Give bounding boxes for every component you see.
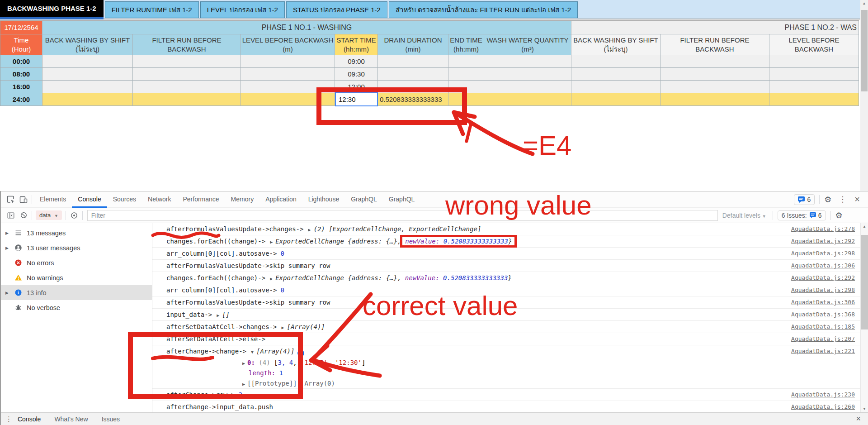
log-levels-dropdown[interactable]: Default levels ▼: [722, 212, 766, 219]
expand-arrow-icon[interactable]: ▶: [217, 313, 219, 318]
source-link[interactable]: AquadatData.js:368: [791, 309, 860, 320]
scroll-up-icon[interactable]: ▲: [860, 0, 868, 7]
sheet-tab-status[interactable]: STATUS บ่อกรอง PHASE 1-2: [286, 1, 387, 18]
cell[interactable]: [660, 81, 769, 93]
source-link[interactable]: AquadatData.js:278: [791, 223, 860, 235]
drawer-menu-icon[interactable]: ⋮: [1, 415, 18, 423]
close-devtools-icon[interactable]: ×: [851, 194, 863, 205]
cell[interactable]: [42, 81, 133, 93]
row-header[interactable]: 24:00: [0, 93, 42, 106]
col-header-backwashing-shift-2[interactable]: BACK WASHING BY SHIFT(ไม่ระบุ): [571, 34, 660, 55]
tab-lighthouse[interactable]: Lighthouse: [302, 191, 345, 208]
col-header-backwashing-shift[interactable]: BACK WASHING BY SHIFT(ไม่ระบุ): [42, 34, 133, 55]
console-sidebar-toggle-icon[interactable]: [5, 209, 17, 222]
cell[interactable]: [448, 68, 484, 81]
drain-duration-cell[interactable]: 0.520833333333333: [378, 93, 448, 106]
start-time-cell[interactable]: 12:00: [335, 81, 378, 93]
filter-input[interactable]: [87, 210, 718, 221]
cell[interactable]: [448, 81, 484, 93]
tab-elements[interactable]: Elements: [34, 191, 72, 208]
source-link[interactable]: AquadatData.js:306: [791, 296, 860, 308]
cell[interactable]: [378, 68, 448, 81]
cell[interactable]: [484, 55, 571, 68]
cell[interactable]: [484, 93, 571, 106]
live-expression-eye-icon[interactable]: [68, 209, 80, 222]
cell[interactable]: [133, 93, 241, 106]
expand-arrow-icon[interactable]: ▶: [242, 382, 245, 387]
clear-console-icon[interactable]: [17, 209, 30, 222]
col-header-start-time[interactable]: START TIME(hh:mm): [335, 34, 378, 55]
cell[interactable]: [378, 81, 448, 93]
cell[interactable]: [769, 68, 859, 81]
context-selector[interactable]: data ▼: [36, 210, 62, 220]
col-header-level-2[interactable]: LEVEL BEFORE BACKWASH(m): [769, 34, 859, 55]
cell[interactable]: [133, 55, 241, 68]
tab-sources[interactable]: Sources: [107, 191, 142, 208]
cell[interactable]: [660, 93, 769, 106]
cell[interactable]: [448, 93, 484, 106]
tab-memory[interactable]: Memory: [225, 191, 260, 208]
tab-graphql-2[interactable]: GraphQL: [383, 191, 421, 208]
cell[interactable]: [571, 68, 660, 81]
col-header-time[interactable]: Time(Hour): [0, 34, 42, 55]
col-header-drain-duration[interactable]: DRAIN DURATION(min): [378, 34, 448, 55]
drawer-tab-issues[interactable]: Issues: [102, 415, 120, 423]
cell[interactable]: [241, 81, 335, 93]
scroll-down-icon[interactable]: ▼: [861, 406, 868, 413]
inspect-element-icon[interactable]: [5, 193, 17, 206]
console-settings-gear-icon[interactable]: ⚙: [833, 209, 845, 222]
cell[interactable]: [660, 55, 769, 68]
row-header[interactable]: 00:00: [0, 55, 42, 68]
cell[interactable]: [769, 55, 859, 68]
cell[interactable]: [42, 93, 133, 106]
sheet-tab-filter-runtime[interactable]: FILTER RUNTIME เฟส 1-2: [105, 1, 199, 18]
drawer-tab-console[interactable]: Console: [18, 415, 41, 423]
cell[interactable]: [448, 55, 484, 68]
col-header-end-time[interactable]: END TIME(hh:mm): [448, 34, 484, 55]
source-link[interactable]: AquadatData.js:207: [791, 333, 860, 345]
sheet-tab-inspection[interactable]: สำหรับ ตรวจสอบน้ำล้างและ FILTER RUN แต่ล…: [389, 1, 578, 18]
sidebar-item-warnings[interactable]: No warnings: [1, 270, 152, 285]
sidebar-item-user-messages[interactable]: ▶ 13 user messages: [1, 240, 152, 255]
expand-arrow-icon[interactable]: ▶: [281, 325, 284, 330]
cell[interactable]: [42, 68, 133, 81]
device-toolbar-icon[interactable]: [17, 193, 30, 206]
row-header[interactable]: 16:00: [0, 81, 42, 93]
cell[interactable]: [769, 93, 859, 106]
cell[interactable]: [42, 55, 133, 68]
col-header-filter-run[interactable]: FILTER RUN BEFORE BACKWASH(hr): [133, 34, 241, 55]
console-scrollbar-thumb[interactable]: [861, 235, 868, 329]
cell[interactable]: [133, 68, 241, 81]
cell[interactable]: [241, 93, 335, 106]
tab-performance[interactable]: Performance: [177, 191, 225, 208]
col-header-level[interactable]: LEVEL BEFORE BACKWASH(m): [241, 34, 335, 55]
source-link[interactable]: AquadatData.js:230: [791, 389, 860, 401]
col-header-wash-water[interactable]: WASH WATER QUANTITY(m³): [484, 34, 571, 55]
collapse-arrow-icon[interactable]: ▼: [251, 349, 254, 354]
cell[interactable]: [571, 81, 660, 93]
expand-arrow-icon[interactable]: ▶: [308, 227, 311, 232]
col-header-filter-run-2[interactable]: FILTER RUN BEFORE BACKWASH(hr): [660, 34, 769, 55]
source-link[interactable]: AquadatData.js:292: [791, 272, 860, 284]
cell[interactable]: [133, 81, 241, 93]
console-scrollbar[interactable]: ▲ ▼: [860, 223, 868, 413]
cell[interactable]: [660, 68, 769, 81]
expand-arrow-icon[interactable]: ▶: [270, 276, 273, 281]
close-drawer-icon[interactable]: ×: [852, 414, 864, 424]
cell[interactable]: [484, 68, 571, 81]
cell-editor-input[interactable]: [335, 92, 378, 106]
source-link[interactable]: AquadatData.js:185: [791, 321, 860, 333]
cell[interactable]: [378, 55, 448, 68]
start-time-cell[interactable]: 09:00: [335, 55, 378, 68]
tab-application[interactable]: Application: [259, 191, 302, 208]
expand-arrow-icon[interactable]: ▶: [270, 239, 273, 244]
source-link[interactable]: AquadatData.js:298: [791, 248, 860, 259]
more-options-icon[interactable]: ⋮: [834, 195, 851, 204]
sidebar-item-messages[interactable]: ▶ 13 messages: [1, 225, 152, 240]
drawer-tab-whats-new[interactable]: What's New: [54, 415, 88, 423]
expand-arrow-icon[interactable]: ▶: [5, 231, 14, 235]
cell[interactable]: [769, 81, 859, 93]
source-link[interactable]: AquadatData.js:260: [791, 401, 860, 412]
cell[interactable]: [571, 55, 660, 68]
tab-network[interactable]: Network: [142, 191, 177, 208]
